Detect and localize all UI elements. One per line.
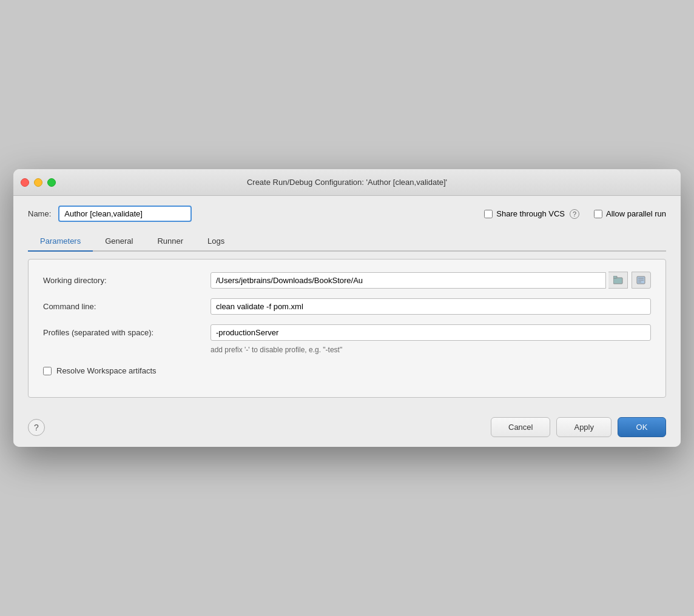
- close-button[interactable]: [21, 178, 29, 187]
- options-row: Share through VCS ? Allow parallel run: [484, 209, 666, 219]
- tab-runner[interactable]: Runner: [145, 232, 195, 252]
- name-section: Name:: [28, 206, 484, 222]
- browse-file-button[interactable]: [632, 272, 651, 289]
- command-line-input[interactable]: [211, 298, 651, 315]
- svg-rect-1: [613, 276, 617, 278]
- resolve-workspace-label: Resolve Workspace artifacts: [56, 366, 157, 375]
- command-line-label: Command line:: [43, 302, 201, 311]
- name-input[interactable]: [58, 206, 192, 222]
- profiles-input[interactable]: [211, 324, 651, 341]
- minimize-button[interactable]: [34, 178, 42, 187]
- dialog-window: Create Run/Debug Configuration: 'Author …: [13, 169, 681, 447]
- apply-button[interactable]: Apply: [556, 417, 611, 437]
- ok-button[interactable]: OK: [618, 417, 666, 437]
- tab-general[interactable]: General: [93, 232, 145, 252]
- share-vcs-item: Share through VCS ?: [484, 209, 579, 219]
- profiles-row: Profiles (separated with space):: [43, 324, 651, 341]
- command-line-row: Command line:: [43, 298, 651, 315]
- window-controls: [21, 178, 56, 187]
- name-label: Name:: [28, 209, 51, 218]
- tab-bar: Parameters General Runner Logs: [28, 232, 666, 252]
- parameters-panel: Working directory:: [28, 259, 666, 398]
- resolve-workspace-row: Resolve Workspace artifacts: [43, 366, 651, 375]
- footer-left: ?: [28, 419, 45, 436]
- help-button[interactable]: ?: [28, 419, 45, 436]
- cancel-button[interactable]: Cancel: [491, 417, 550, 437]
- resolve-workspace-checkbox[interactable]: [43, 367, 52, 375]
- tab-parameters[interactable]: Parameters: [28, 232, 93, 252]
- browse-folder-button[interactable]: [608, 272, 628, 289]
- profiles-label: Profiles (separated with space):: [43, 328, 201, 337]
- window-title: Create Run/Debug Configuration: 'Author …: [247, 178, 447, 187]
- working-directory-row: Working directory:: [43, 272, 651, 289]
- dialog-content: Name: Share through VCS ? Allow parallel…: [13, 196, 681, 407]
- tab-logs[interactable]: Logs: [195, 232, 237, 252]
- titlebar: Create Run/Debug Configuration: 'Author …: [13, 169, 681, 196]
- parallel-run-checkbox[interactable]: [594, 210, 602, 218]
- working-directory-input[interactable]: [211, 272, 606, 289]
- share-vcs-label: Share through VCS: [496, 209, 565, 218]
- working-directory-label: Working directory:: [43, 276, 201, 285]
- parallel-run-item: Allow parallel run: [594, 209, 666, 218]
- footer-right: Cancel Apply OK: [491, 417, 666, 437]
- dialog-footer: ? Cancel Apply OK: [13, 407, 681, 447]
- profiles-hint: add prefix '-' to disable profile, e.g. …: [211, 346, 651, 354]
- maximize-button[interactable]: [47, 178, 56, 187]
- working-directory-input-group: [211, 272, 651, 289]
- name-row: Name: Share through VCS ? Allow parallel…: [28, 206, 666, 222]
- share-vcs-help-icon[interactable]: ?: [570, 209, 579, 219]
- share-vcs-checkbox[interactable]: [484, 210, 493, 218]
- parallel-run-label: Allow parallel run: [606, 209, 666, 218]
